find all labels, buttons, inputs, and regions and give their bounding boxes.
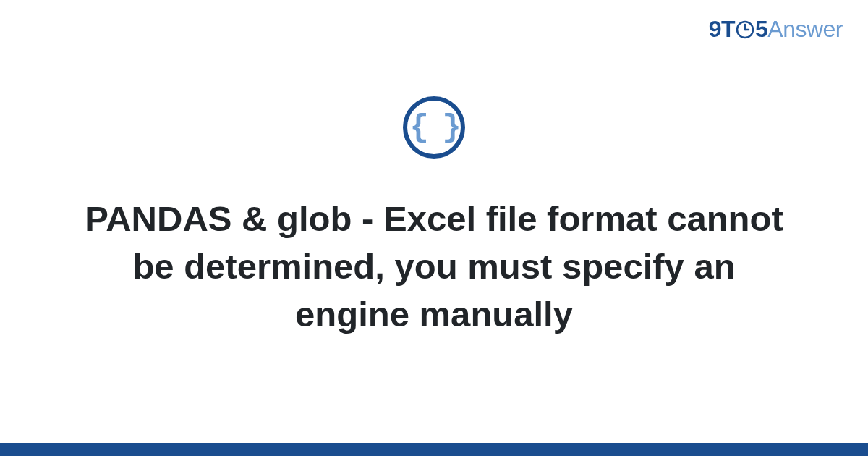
page-title: PANDAS & glob - Excel file format cannot…: [72, 195, 796, 338]
code-braces-icon: { }: [403, 96, 465, 159]
footer-bar: [0, 443, 868, 456]
content-wrapper: { } PANDAS & glob - Excel file format ca…: [0, 0, 868, 456]
braces-glyph: { }: [409, 111, 458, 143]
